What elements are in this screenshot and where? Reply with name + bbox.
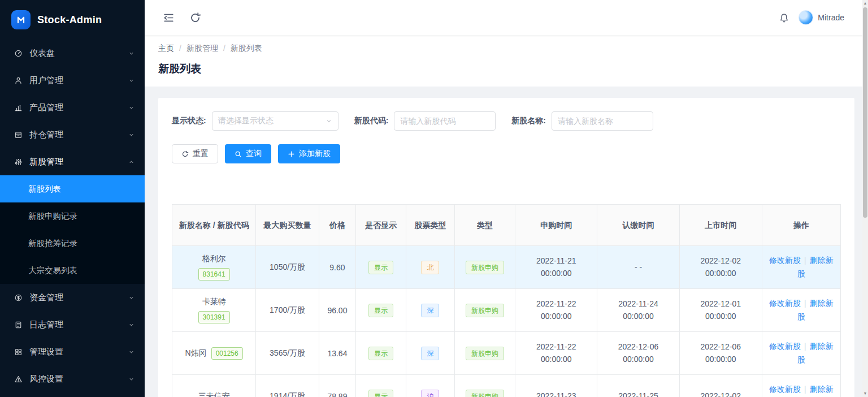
search-icon (235, 150, 242, 158)
cell-list-time: 2022-12-01 00:00:00 (679, 289, 762, 332)
chevron-down-icon (128, 374, 134, 384)
collapse-sidebar-icon[interactable] (163, 12, 175, 24)
cell-list-time: 2022-12-02 (679, 375, 762, 397)
app-logo: Stock-Admin (0, 0, 145, 40)
breadcrumb-current: 新股列表 (231, 44, 262, 54)
delete-stock-link[interactable]: 删除新股 (797, 342, 834, 364)
sidebar-item-funds[interactable]: 资金管理 (0, 284, 145, 311)
chevron-down-icon (128, 103, 134, 113)
table-row[interactable]: 格利尔 831641 1050/万股 9.60 显示 北 新股申购 2022-1… (172, 246, 841, 289)
sidebar-item-label: 持仓管理 (29, 130, 122, 140)
scroll-down-arrow[interactable]: ▼ (863, 390, 867, 397)
status-select[interactable]: 请选择显示状态 (212, 111, 338, 131)
stock-name: 三未信安 (198, 391, 230, 397)
edit-stock-link[interactable]: 修改新股 (769, 385, 801, 394)
col-header-type: 类型 (454, 205, 515, 246)
cell-visible: 显示 (355, 246, 406, 289)
dashboard-icon (14, 49, 23, 58)
type-badge: 新股申购 (466, 347, 504, 360)
submenu-item-grab-records[interactable]: 新股抢筹记录 (0, 230, 145, 257)
sidebar-item-positions[interactable]: 持仓管理 (0, 121, 145, 148)
page-title: 新股列表 (158, 62, 854, 76)
cell-operations: 修改新股|删除新股 (762, 289, 840, 332)
name-filter-label: 新股名称: (511, 116, 546, 126)
cell-visible: 显示 (355, 332, 406, 375)
table-row[interactable]: N炜冈 001256 3565/万股 13.64 显示 深 新股申购 2022-… (172, 332, 841, 375)
scroll-up-arrow[interactable]: ▲ (863, 0, 867, 7)
action-bar: 重置 查询 添加新股 (172, 144, 841, 163)
cell-price: 9.60 (319, 246, 355, 289)
type-badge: 新股申购 (466, 304, 504, 317)
col-header-name-code: 新股名称 / 新股代码 (172, 205, 256, 246)
content-area: 显示状态: 请选择显示状态 新股代码: 新股名称: (145, 87, 868, 397)
stock-name-input[interactable] (552, 111, 653, 131)
code-filter-group: 新股代码: (354, 111, 496, 131)
delete-stock-link[interactable]: 删除新股 (797, 256, 834, 278)
cell-list-time: 2022-12-02 00:00:00 (679, 246, 762, 289)
page-scrollbar[interactable]: ▲ ▼ (862, 0, 868, 397)
edit-stock-link[interactable]: 修改新股 (769, 299, 801, 308)
sidebar-item-label: 用户管理 (29, 75, 122, 86)
submenu-item-subscription-records[interactable]: 新股申购记录 (0, 202, 145, 230)
edit-stock-link[interactable]: 修改新股 (769, 256, 801, 265)
query-button[interactable]: 查询 (225, 144, 271, 163)
breadcrumb-home[interactable]: 主页 (158, 44, 174, 54)
market-badge: 深 (421, 347, 439, 360)
table-row[interactable]: 三未信安 1914/万股 78.89 显示 沪 新股申购 2022-11-23 … (172, 375, 841, 397)
code-filter-label: 新股代码: (354, 116, 389, 126)
sidebar-item-logs[interactable]: 日志管理 (0, 311, 145, 338)
link-divider: | (804, 385, 806, 394)
chevron-down-icon (128, 293, 134, 303)
cell-type: 新股申购 (454, 289, 515, 332)
col-header-subscribe-time: 申购时间 (515, 205, 597, 246)
stock-code-input[interactable] (394, 111, 496, 131)
reset-button-label: 重置 (193, 149, 209, 159)
new-stock-submenu: 新股列表 新股申购记录 新股抢筹记录 大宗交易列表 (0, 175, 145, 284)
sidebar-item-users[interactable]: 用户管理 (0, 67, 145, 94)
table-row[interactable]: 卡莱特 301391 1700/万股 96.00 显示 深 新股申购 2022-… (172, 289, 841, 332)
chevron-down-icon (128, 76, 134, 85)
sidebar-item-dashboard[interactable]: 仪表盘 (0, 40, 145, 67)
table-header-row: 新股名称 / 新股代码 最大购买数量 价格 是否显示 股票类型 类型 申购时间 … (172, 205, 841, 246)
notification-bell-icon[interactable] (779, 12, 789, 23)
market-badge: 深 (421, 304, 439, 317)
breadcrumb-separator: / (179, 44, 181, 54)
submenu-item-new-stock-list[interactable]: 新股列表 (0, 175, 145, 202)
visible-badge: 显示 (368, 390, 393, 397)
dollar-circle-icon (14, 294, 23, 302)
cell-max-qty: 1914/万股 (256, 375, 319, 397)
delete-stock-link[interactable]: 删除新股 (797, 385, 834, 397)
refresh-icon[interactable] (189, 12, 201, 24)
sidebar-item-new-stock[interactable]: 新股管理 (0, 148, 145, 175)
cell-subscribe-time: 2022-11-23 (515, 375, 597, 397)
scrollbar-thumb[interactable] (863, 7, 867, 218)
breadcrumb-item[interactable]: 新股管理 (186, 44, 218, 54)
document-icon (14, 321, 23, 329)
cell-pay-time: 2022-11-24 00:00:00 (597, 289, 679, 332)
visible-badge: 显示 (368, 304, 393, 317)
sidebar-item-products[interactable]: 产品管理 (0, 94, 145, 121)
submenu-item-block-trade-list[interactable]: 大宗交易列表 (0, 257, 145, 284)
cell-max-qty: 1050/万股 (256, 246, 319, 289)
sidebar-item-label: 产品管理 (29, 102, 122, 113)
user-menu[interactable]: Mitrade (798, 10, 844, 25)
type-badge: 新股申购 (466, 390, 504, 397)
visible-badge: 显示 (368, 261, 393, 274)
sidebar-item-risk-settings[interactable]: 风控设置 (0, 365, 145, 392)
add-stock-button-label: 添加新股 (299, 149, 331, 159)
edit-stock-link[interactable]: 修改新股 (769, 342, 801, 351)
cell-max-qty: 3565/万股 (256, 332, 319, 375)
delete-stock-link[interactable]: 删除新股 (797, 299, 834, 321)
cell-price: 13.64 (319, 332, 355, 375)
cell-market: 沪 (406, 375, 454, 397)
col-header-market: 股票类型 (406, 205, 454, 246)
submenu-item-label: 新股抢筹记录 (28, 238, 77, 249)
reset-button[interactable]: 重置 (172, 144, 218, 163)
sidebar-item-admin-settings[interactable]: 管理设置 (0, 338, 145, 365)
add-stock-button[interactable]: 添加新股 (278, 144, 340, 163)
cell-market: 北 (406, 246, 454, 289)
col-header-pay-time: 认缴时间 (597, 205, 679, 246)
stock-code-badge: 831641 (198, 268, 230, 281)
cell-subscribe-time: 2022-11-21 00:00:00 (515, 246, 597, 289)
user-icon (14, 76, 23, 85)
